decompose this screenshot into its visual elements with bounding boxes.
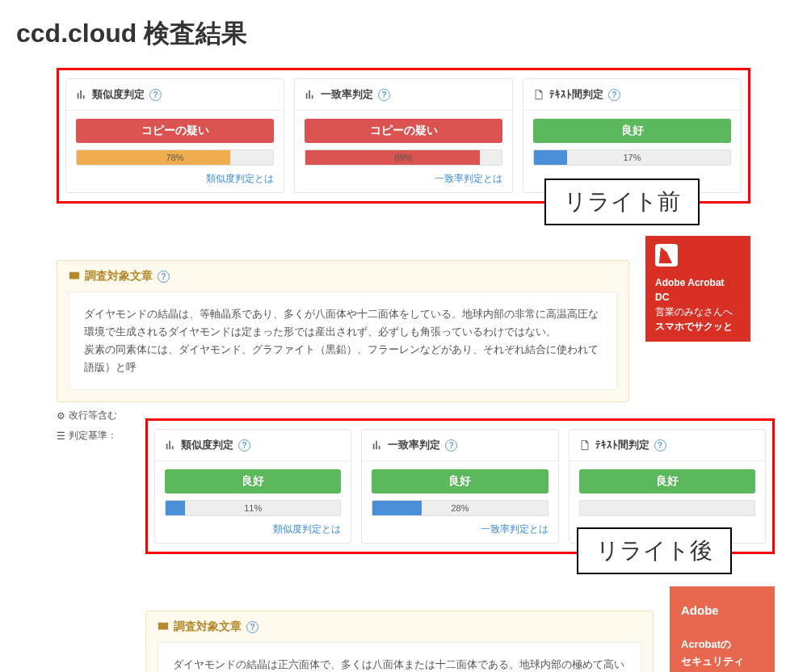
- detail-link[interactable]: 類似度判定とは: [165, 523, 341, 536]
- card-title: ﾃｷｽﾄ間判定: [595, 438, 649, 452]
- progress-label: 28%: [372, 501, 547, 515]
- detail-link[interactable]: 一致率判定とは: [305, 172, 502, 186]
- help-icon[interactable]: ?: [238, 439, 250, 452]
- document-icon: [533, 89, 544, 100]
- help-icon[interactable]: ?: [654, 439, 666, 452]
- ad2-brand: Adobe: [681, 601, 763, 620]
- ad1-sub2: スマホでサクッと: [655, 319, 741, 334]
- status-badge: コピーの疑い: [76, 119, 274, 143]
- progress-label: 89%: [305, 150, 502, 165]
- metric-card: 類似度判定?良好11%類似度判定とは: [154, 429, 351, 544]
- progress-bar: 89%: [305, 149, 502, 166]
- card-title: 一致率判定: [321, 87, 373, 102]
- ad1-title: Adobe Acrobat DC: [655, 275, 741, 304]
- help-icon[interactable]: ?: [158, 271, 170, 283]
- status-badge: 良好: [372, 469, 548, 494]
- book-icon: [158, 621, 169, 632]
- before-label: リライト前: [544, 178, 700, 225]
- detail-link[interactable]: 一致率判定とは: [372, 523, 548, 536]
- progress-label: 17%: [534, 150, 730, 165]
- after-frame: 類似度判定?良好11%類似度判定とは一致率判定?良好28%一致率判定とはﾃｷｽﾄ…: [145, 418, 775, 554]
- acrobat-logo-icon: [655, 244, 678, 267]
- bar-chart-icon: [305, 89, 316, 100]
- metric-card: 一致率判定?コピーの疑い89%一致率判定とは: [294, 78, 513, 193]
- detail-link[interactable]: 類似度判定とは: [76, 172, 274, 186]
- progress-bar: 11%: [165, 500, 341, 516]
- card-title: 一致率判定: [388, 438, 440, 452]
- bar-chart-icon: [372, 439, 383, 451]
- metric-card: 一致率判定?良好28%一致率判定とは: [361, 429, 558, 544]
- ad-acrobat-dc[interactable]: Adobe Acrobat DC 営業のみなさんへ スマホでサクッと: [645, 236, 750, 342]
- metric-card: 類似度判定?コピーの疑い78%類似度判定とは: [65, 78, 284, 193]
- ad1-sub1: 営業のみなさんへ: [655, 304, 741, 319]
- target-section-title-2: 調査対象文章: [174, 620, 242, 634]
- card-title: ﾃｷｽﾄ間判定: [549, 87, 603, 102]
- status-badge: 良好: [579, 469, 755, 494]
- before-frame: 類似度判定?コピーの疑い78%類似度判定とは一致率判定?コピーの疑い89%一致率…: [57, 68, 750, 204]
- progress-bar: 78%: [76, 149, 274, 166]
- target-text-section-2: 調査対象文章 ? ダイヤモンドの結晶は正六面体で、多くは八面体または十二面体であ…: [145, 611, 654, 672]
- progress-bar: 17%: [533, 149, 731, 166]
- help-icon[interactable]: ?: [246, 621, 258, 633]
- card-title: 類似度判定: [92, 87, 145, 102]
- help-icon[interactable]: ?: [149, 89, 162, 101]
- status-badge: 良好: [165, 469, 341, 494]
- list-icon: ☰: [57, 430, 65, 442]
- target-text-section-1: 調査対象文章 ? ダイヤモンドの結晶は、等軸晶系であり、多くが八面体や十二面体を…: [57, 260, 629, 402]
- metric-card: ﾃｷｽﾄ間判定?良好: [569, 429, 766, 544]
- progress-bar: [579, 500, 755, 516]
- metric-card: ﾃｷｽﾄ間判定?良好17%: [523, 78, 742, 193]
- ad2-line2: セキュリティ: [681, 653, 763, 670]
- ad-acrobat-security[interactable]: Adobe Acrobatの セキュリティ 設定で 重要書類を保護 無料で始める: [670, 586, 775, 672]
- document-icon: [579, 439, 591, 451]
- after-label: リライト後: [577, 527, 732, 574]
- bar-chart-icon: [165, 439, 176, 451]
- status-badge: コピーの疑い: [305, 119, 502, 143]
- ad2-line1: Acrobatの: [681, 636, 763, 653]
- help-icon[interactable]: ?: [378, 89, 390, 101]
- progress-bar: 28%: [372, 500, 548, 516]
- status-badge: 良好: [533, 119, 731, 143]
- help-icon[interactable]: ?: [445, 439, 457, 452]
- help-icon[interactable]: ?: [608, 89, 620, 101]
- book-icon: [69, 271, 80, 282]
- page-title: ccd.cloud 検査結果: [16, 16, 791, 52]
- card-title: 類似度判定: [181, 438, 233, 452]
- target-text-1: ダイヤモンドの結晶は、等軸晶系であり、多くが八面体や十二面体をしている。地球内部…: [69, 292, 617, 390]
- progress-label: 78%: [77, 150, 273, 165]
- target-section-title: 調査対象文章: [85, 269, 153, 284]
- progress-label: 11%: [166, 501, 340, 515]
- gear-icon: ⚙: [57, 410, 65, 422]
- bar-chart-icon: [76, 89, 87, 100]
- target-text-2: ダイヤモンドの結晶は正六面体で、多くは八面体または十二面体である。地球内部の極め…: [158, 642, 641, 672]
